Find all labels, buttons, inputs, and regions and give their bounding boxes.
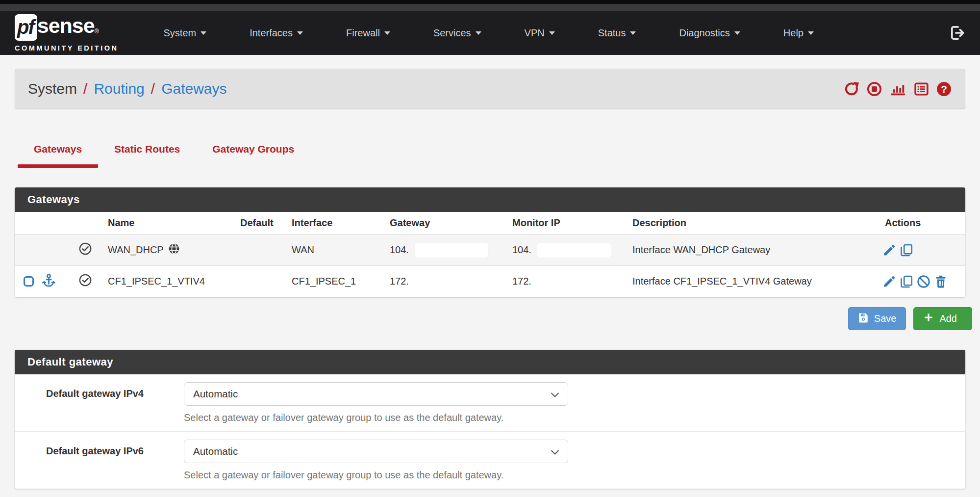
row-select-checkbox[interactable] xyxy=(24,276,34,287)
breadcrumb-separator: / xyxy=(83,80,87,97)
breadcrumb: System / Routing / Gateways xyxy=(28,80,227,97)
gateways-panel-title: Gateways xyxy=(15,187,965,212)
breadcrumb-system: System xyxy=(28,80,77,97)
default-gateway-ipv6-row: Default gateway IPv6 Automatic Select a … xyxy=(15,431,965,489)
caret-down-icon xyxy=(630,31,636,35)
top-navbar: pf sense ® COMMUNITY EDITION System Inte… xyxy=(0,11,980,55)
pfsense-logo[interactable]: pf sense ® COMMUNITY EDITION xyxy=(15,14,118,52)
copy-icon[interactable] xyxy=(899,243,914,258)
gateway-interface: CF1_IPSEC_1 xyxy=(284,276,382,287)
save-button[interactable]: Save xyxy=(848,307,906,330)
anchor-icon[interactable] xyxy=(41,273,56,290)
default-gateway-globe-icon xyxy=(168,242,180,258)
default-gateway-ipv4-label: Default gateway IPv4 xyxy=(15,382,184,423)
browser-toolbar-strip xyxy=(0,4,980,11)
help-text: Select a gateway or failover gateway gro… xyxy=(184,412,946,423)
default-gateway-panel: Default gateway Default gateway IPv4 Aut… xyxy=(15,350,965,489)
bar-chart-icon[interactable] xyxy=(889,81,907,97)
gateways-panel: Gateways Name Default Interface Gateway … xyxy=(15,187,965,297)
logo-sense: sense xyxy=(37,14,95,37)
help-text: Select a gateway or failover gateway gro… xyxy=(184,470,946,481)
browser-top-strip xyxy=(0,0,980,4)
chevron-down-icon xyxy=(551,445,559,457)
stop-circle-icon[interactable] xyxy=(866,81,882,97)
gateway-address: 172. xyxy=(382,276,504,287)
col-monitor-ip: Monitor IP xyxy=(504,217,625,229)
default-gateway-panel-title: Default gateway xyxy=(15,350,965,374)
gateways-table-header: Name Default Interface Gateway Monitor I… xyxy=(15,212,965,235)
logo-pf: pf xyxy=(15,14,37,41)
page-content: System / Routing / Gateways xyxy=(0,55,980,489)
logo-registered-mark: ® xyxy=(95,28,99,35)
default-gateway-ipv6-select[interactable]: Automatic xyxy=(184,440,568,463)
selected-value: Automatic xyxy=(193,388,238,400)
caret-down-icon xyxy=(297,31,303,35)
gateway-description: Interface WAN_DHCP Gateway xyxy=(625,244,857,256)
col-name: Name xyxy=(100,217,232,229)
table-row-wan-dhcp: WAN_DHCP WAN 104. 104. Interface xyxy=(15,235,965,266)
default-gateway-ipv6-label: Default gateway IPv6 xyxy=(15,440,184,481)
nav-menu: System Interfaces Firewall Services VPN … xyxy=(142,27,835,39)
caret-down-icon xyxy=(808,31,814,35)
nav-item-interfaces[interactable]: Interfaces xyxy=(228,27,325,39)
selected-value: Automatic xyxy=(193,445,238,457)
col-default: Default xyxy=(232,217,284,229)
log-list-icon[interactable] xyxy=(913,81,930,97)
tab-gateway-groups[interactable]: Gateway Groups xyxy=(196,140,310,168)
routing-tabs: Gateways Static Routes Gateway Groups xyxy=(15,140,965,168)
plus-icon xyxy=(923,312,934,325)
disable-ban-icon[interactable] xyxy=(916,274,931,289)
table-row-cf1-ipsec: CF1_IPSEC_1_VTIV4 CF1_IPSEC_1 172. 172. … xyxy=(15,266,965,297)
monitor-ip: 172. xyxy=(504,276,625,287)
breadcrumb-bar: System / Routing / Gateways xyxy=(15,69,965,109)
nav-item-services[interactable]: Services xyxy=(412,27,503,39)
caret-down-icon xyxy=(734,31,740,35)
col-interface: Interface xyxy=(284,217,382,229)
breadcrumb-action-icons: ? xyxy=(844,81,952,97)
nav-item-diagnostics[interactable]: Diagnostics xyxy=(657,27,761,39)
gateway-interface: WAN xyxy=(284,244,382,256)
monitor-ip: 104. xyxy=(512,244,531,256)
gateway-description: Interface CF1_IPSEC_1_VTIV4 Gateway xyxy=(625,276,857,287)
gateway-status-check-icon xyxy=(78,273,92,289)
breadcrumb-routing-link[interactable]: Routing xyxy=(94,80,144,97)
edit-pencil-icon[interactable] xyxy=(882,274,897,289)
breadcrumb-separator: / xyxy=(151,80,155,97)
delete-trash-icon[interactable] xyxy=(933,274,948,289)
save-floppy-icon xyxy=(858,312,869,325)
gateway-name: WAN_DHCP xyxy=(108,244,164,256)
nav-item-status[interactable]: Status xyxy=(577,27,658,39)
table-buttons: Save Add xyxy=(15,307,965,330)
caret-down-icon xyxy=(549,31,555,35)
col-actions: Actions xyxy=(857,217,965,229)
nav-item-vpn[interactable]: VPN xyxy=(503,27,577,39)
caret-down-icon xyxy=(384,31,390,35)
col-description: Description xyxy=(625,217,857,229)
default-gateway-ipv4-select[interactable]: Automatic xyxy=(184,382,568,406)
copy-icon[interactable] xyxy=(899,274,914,289)
gateway-status-check-icon xyxy=(78,242,92,258)
redaction-box xyxy=(537,243,611,258)
add-button[interactable]: Add xyxy=(913,307,972,330)
help-circle-icon[interactable]: ? xyxy=(936,81,952,97)
caret-down-icon xyxy=(201,31,206,35)
gateway-name: CF1_IPSEC_1_VTIV4 xyxy=(100,276,232,287)
nav-item-firewall[interactable]: Firewall xyxy=(325,27,412,39)
col-gateway: Gateway xyxy=(382,217,504,229)
chevron-down-icon xyxy=(551,388,559,400)
nav-item-help[interactable]: Help xyxy=(762,27,835,39)
svg-text:?: ? xyxy=(941,83,947,94)
gateway-address: 104. xyxy=(390,244,409,256)
tab-gateways[interactable]: Gateways xyxy=(18,140,98,168)
sign-out-icon[interactable] xyxy=(949,25,965,41)
default-gateway-ipv4-row: Default gateway IPv4 Automatic Select a … xyxy=(15,374,965,431)
redaction-box xyxy=(415,243,488,258)
refresh-icon[interactable] xyxy=(844,81,860,97)
edit-pencil-icon[interactable] xyxy=(882,243,897,258)
breadcrumb-gateways-link[interactable]: Gateways xyxy=(161,80,226,97)
nav-item-system[interactable]: System xyxy=(142,27,228,39)
tab-static-routes[interactable]: Static Routes xyxy=(98,140,196,168)
logo-edition: COMMUNITY EDITION xyxy=(15,44,118,52)
caret-down-icon xyxy=(476,31,481,35)
